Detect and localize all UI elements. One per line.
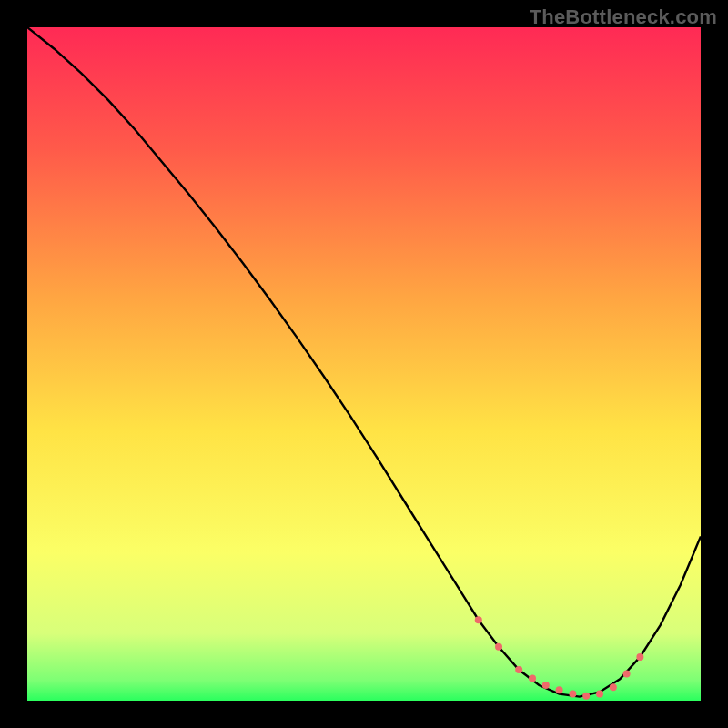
bottom-dot: [495, 643, 502, 651]
bottom-dot: [636, 653, 643, 661]
bottom-dot: [475, 616, 482, 623]
bottom-dot: [610, 683, 617, 691]
bottom-dot: [569, 691, 576, 698]
watermark-text: TheBottleneck.com: [530, 5, 717, 29]
bottom-dot: [515, 666, 522, 673]
chart-frame: [27, 27, 701, 701]
chart-background: [27, 27, 701, 701]
chart-svg: [27, 27, 701, 701]
bottom-dot: [556, 686, 563, 693]
bottom-dot: [529, 675, 536, 682]
bottom-dot: [623, 670, 631, 677]
bottom-dot: [596, 691, 603, 698]
bottom-dot: [542, 682, 550, 689]
bottom-dot: [582, 693, 590, 700]
